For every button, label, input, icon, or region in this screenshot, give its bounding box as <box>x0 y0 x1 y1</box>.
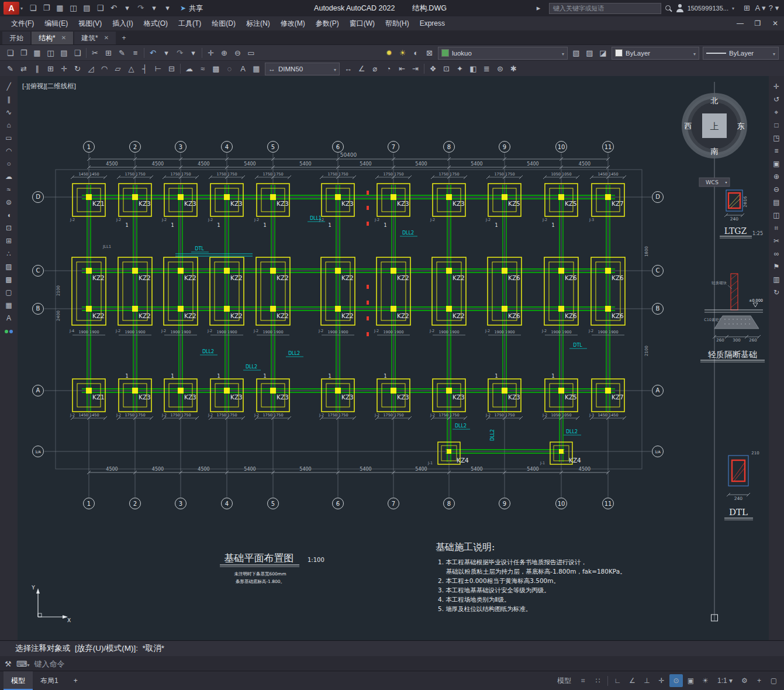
boundary-icon[interactable]: ⊜ <box>493 63 507 75</box>
customization-icon[interactable]: + <box>752 674 766 687</box>
block-icon[interactable]: ❖ <box>426 63 440 75</box>
grid-tool[interactable]: ⌗ <box>769 222 783 234</box>
group-icon[interactable]: ◧ <box>467 63 480 75</box>
help-icon[interactable]: ? ▾ <box>767 2 780 15</box>
qnew-icon[interactable]: ❏ <box>26 2 40 15</box>
polar-tracking-icon[interactable]: ∠ <box>626 674 639 687</box>
collapse-icon[interactable]: ▸ <box>532 2 545 15</box>
layer-thaw-icon[interactable]: ☀ <box>396 47 409 60</box>
orbit-tool[interactable]: ↺ <box>769 94 783 106</box>
dim-angular-icon[interactable]: ∠ <box>355 63 368 75</box>
close-tab-icon[interactable]: ✕ <box>104 32 109 44</box>
dim-style-dropdown[interactable]: ↔ DIMN50 <box>265 63 340 75</box>
point-style-tool[interactable] <box>2 325 16 337</box>
object-snap-icon[interactable]: ⊙ <box>669 674 683 687</box>
menu-item-11[interactable]: 帮助(H) <box>380 16 415 30</box>
command-prompt[interactable]: 键入命令 <box>34 659 64 670</box>
tab-start[interactable]: 开始 <box>2 32 30 44</box>
app-store-icon[interactable]: ⊞ <box>740 2 754 15</box>
osnap-settings-icon[interactable]: ✱ <box>507 63 520 75</box>
hatch-icon[interactable]: ▩ <box>209 63 223 75</box>
menu-item-12[interactable]: Express <box>415 16 450 30</box>
ortho-mode-icon[interactable]: ∟ <box>611 674 624 687</box>
user-id[interactable]: 1505999135... <box>688 5 728 12</box>
foundation-plan-drawing[interactable]: 11223344556677889910101111DDCCBBAA1/A1/A… <box>18 76 769 640</box>
save-file-icon[interactable]: ▦ <box>30 47 44 60</box>
explode-icon[interactable]: ⊟ <box>165 63 178 75</box>
saveas-file-icon[interactable]: ◫ <box>44 47 57 60</box>
undo-caret-icon[interactable]: ▾ <box>120 2 134 15</box>
snap-mode-icon[interactable]: ∷ <box>591 674 605 687</box>
menu-item-7[interactable]: 标注(N) <box>241 16 275 30</box>
rotate-icon[interactable]: ↻ <box>71 63 84 75</box>
zoom-in-icon[interactable]: ⊕ <box>217 47 231 60</box>
ellipse-arc-tool[interactable]: ◖ <box>2 209 16 222</box>
ellipse-tool[interactable]: ⊜ <box>2 196 16 209</box>
redo-icon[interactable]: ↷ <box>134 2 147 15</box>
open-icon[interactable]: ❐ <box>40 2 53 15</box>
ribbon-undo-caret-icon[interactable]: ▾ <box>160 47 173 60</box>
dim-linear-icon[interactable]: ↔ <box>341 63 355 75</box>
viewport-tool[interactable]: □ <box>769 119 783 132</box>
center-tool[interactable]: ⌖ <box>769 106 783 119</box>
refresh-tool[interactable]: ↻ <box>769 287 783 299</box>
layer-lock-icon[interactable]: ◐ <box>409 47 423 60</box>
menu-item-0[interactable]: 文件(F) <box>6 16 39 30</box>
rectangle-tool[interactable]: ▭ <box>2 132 16 144</box>
minimize-button[interactable]: — <box>731 16 749 30</box>
layer-dropdown[interactable]: luokuo <box>438 47 568 60</box>
layer-isolate-icon[interactable]: ▧ <box>569 47 583 60</box>
restore-button[interactable]: ❐ <box>749 16 766 30</box>
xline-tool[interactable]: ∥ <box>2 94 16 106</box>
ribbon-redo-caret-icon[interactable]: ▾ <box>186 47 200 60</box>
cut-icon[interactable]: ✂ <box>88 47 102 60</box>
circle-tool[interactable]: ○ <box>2 158 16 170</box>
dim-diameter-icon[interactable]: ⌀ <box>368 63 382 75</box>
share-button[interactable]: ➤ 共享 <box>180 4 203 13</box>
save-icon[interactable]: ▦ <box>53 2 67 15</box>
dim-radius-icon[interactable]: ◔ <box>382 63 395 75</box>
isometric-drafting-icon[interactable]: ⊥ <box>640 674 654 687</box>
publish-icon[interactable]: ❑ <box>71 47 84 60</box>
point-tool[interactable]: ∴ <box>2 248 16 260</box>
layer-states-icon[interactable]: ≣ <box>480 63 493 75</box>
panel-tool[interactable]: ▥ <box>769 274 783 286</box>
solid-tool[interactable]: ▣ <box>769 158 783 170</box>
dim-baseline-icon[interactable]: ⇤ <box>395 63 409 75</box>
search-icon[interactable] <box>665 5 672 12</box>
list-tool[interactable]: ≡ <box>769 145 783 157</box>
customize-wrench-icon[interactable]: ⚒ <box>5 660 12 668</box>
pan-icon[interactable]: ✛ <box>204 47 217 60</box>
osnap-tracking-icon[interactable]: ✛ <box>655 674 668 687</box>
plot-icon[interactable]: ▤ <box>80 2 94 15</box>
zoom-window-icon[interactable]: ▭ <box>244 47 258 60</box>
close-button[interactable]: ✕ <box>766 16 784 30</box>
split-tool[interactable]: ◫ <box>769 209 783 222</box>
menu-item-10[interactable]: 窗口(W) <box>344 16 380 30</box>
fillet-icon[interactable]: ◠ <box>98 63 111 75</box>
user-caret-icon[interactable]: ▾ <box>732 6 734 11</box>
new-icon[interactable]: ❏ <box>4 47 17 60</box>
spline-icon[interactable]: ≈ <box>196 63 209 75</box>
flag-tool[interactable]: ⚑ <box>769 261 783 273</box>
spline-tool[interactable]: ≈ <box>2 184 16 196</box>
pan-tool[interactable]: ✛ <box>769 81 783 93</box>
match-properties-icon[interactable]: ✎ <box>4 63 17 75</box>
menu-item-9[interactable]: 参数(P) <box>310 16 344 30</box>
qat-customize-icon[interactable]: ▾ <box>161 2 174 15</box>
app-menu-caret-icon[interactable]: ▾ <box>20 6 23 11</box>
linetype-dropdown[interactable]: ByLayer <box>703 47 779 60</box>
new-layout-button[interactable]: + <box>66 671 85 690</box>
layer-freeze-icon[interactable]: ⊠ <box>423 47 436 60</box>
layer-walk-icon[interactable]: ◪ <box>596 47 610 60</box>
user-icon[interactable] <box>676 4 684 12</box>
search-input[interactable]: 键入关键字或短语 <box>549 3 661 14</box>
layout-tool[interactable]: ◳ <box>769 132 783 144</box>
undo-icon[interactable]: ↶ <box>107 2 120 15</box>
point-style-icon[interactable]: ✦ <box>453 63 467 75</box>
extend-icon[interactable]: ⊢ <box>151 63 165 75</box>
command-input[interactable]: ⚒ ⌨ 键入命令 <box>0 656 784 672</box>
workspace-switching-icon[interactable]: ⚙ <box>738 674 751 687</box>
close-tab-icon[interactable]: ✕ <box>61 32 66 44</box>
menu-item-3[interactable]: 插入(I) <box>107 16 138 30</box>
